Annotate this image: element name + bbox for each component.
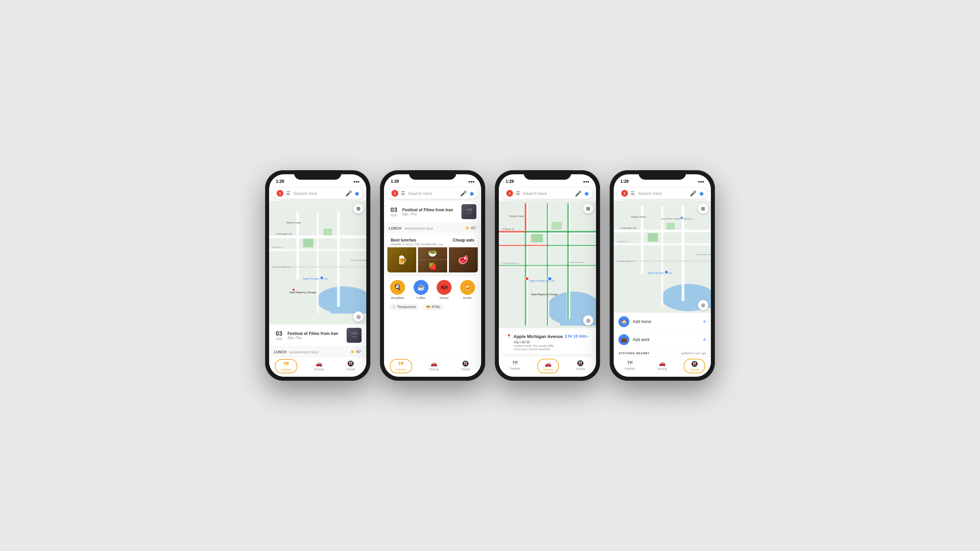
- nav-explore-2[interactable]: 🗺 Explore: [390, 359, 412, 373]
- nav-icon-4: ◆: [699, 190, 703, 197]
- svg-text:E Illinois St: E Illinois St: [272, 246, 283, 248]
- work-icon-circle: 💼: [619, 334, 629, 345]
- event-info-2: Festival of Films from Iran Sat—Thu: [402, 208, 458, 216]
- atms-chip[interactable]: 💳 ATMs: [423, 304, 444, 310]
- best-lunches-card[interactable]: Best lunches Howells & Hood, Yolk Street…: [387, 235, 478, 275]
- direction-note2: From your recent searches: [514, 348, 589, 351]
- cheap-eats-title: Cheap eats: [453, 238, 474, 246]
- transit-icon-4: 🚇: [691, 361, 698, 367]
- transit-map-svg: N Michigan Ave E Lower Wacker Dr Chicago…: [614, 201, 711, 313]
- mic-icon-4[interactable]: 🎤: [690, 190, 697, 197]
- svg-rect-57: [648, 233, 658, 241]
- add-home-label: Add home: [633, 319, 699, 324]
- event-card-2[interactable]: 03 FEB Festival of Films from Iran Sat—T…: [384, 201, 481, 223]
- search-bar-2[interactable]: 1 ☰ Search here 🎤 ◆: [387, 188, 478, 199]
- event-date-1: 03 FEB: [274, 330, 284, 341]
- status-icons-2: ●●●: [468, 180, 474, 183]
- layers-btn-1[interactable]: ⊞: [353, 203, 364, 214]
- phone-1: 1:29 ●●● 1 ☰ Search here 🎤 ◆: [265, 170, 371, 381]
- event-thumb-1: 🎬: [347, 328, 361, 343]
- alert-badge-1: 1: [277, 190, 283, 197]
- explore-icon-2: 🗺: [398, 361, 404, 367]
- nav-explore-3[interactable]: 🗺 Explore: [504, 359, 526, 373]
- map-area-4: N Michigan Ave E Lower Wacker Dr Chicago…: [614, 201, 711, 313]
- search-bar-4[interactable]: 1 ☰ Search here 🎤 ◆: [617, 188, 708, 199]
- location-btn-4[interactable]: ◎: [698, 300, 708, 310]
- svg-text:E Illinois St: E Illinois St: [617, 240, 627, 243]
- location-btn-1[interactable]: ◎: [353, 311, 364, 322]
- svg-rect-39: [552, 222, 562, 230]
- svg-rect-10: [323, 229, 332, 235]
- svg-text:Tribune Tower: Tribune Tower: [286, 221, 301, 224]
- food-categories: 🍳 Breakfast ☕ Coffee 🍽 Di: [384, 276, 481, 302]
- svg-rect-30: [499, 245, 546, 246]
- transit-icon-2: 🚇: [462, 360, 469, 367]
- restaurants-chip[interactable]: 🍴 Restaurants: [389, 304, 419, 310]
- home-icon: 🏠: [621, 319, 627, 324]
- direction-time: 2 hr 10 min: [565, 334, 586, 339]
- drinks-icon: 🍹: [464, 284, 471, 291]
- menu-icon-1: ☰: [286, 191, 291, 196]
- nav-driving-3[interactable]: 🚗 Driving: [537, 359, 559, 373]
- nav-transit-3[interactable]: 🚇 Transit: [570, 359, 590, 373]
- svg-point-19: [292, 288, 295, 291]
- search-bar-3[interactable]: 1 ☰ Search here 🎤 ◆: [502, 188, 593, 199]
- add-work-plus: +: [702, 336, 706, 343]
- svg-text:E Lower Wacker Dr: E Lower Wacker Dr: [617, 260, 635, 262]
- menu-icon-4: ☰: [631, 191, 635, 196]
- status-icons-1: ●●●: [353, 180, 360, 183]
- nav-transit-4[interactable]: 🚇 Transit: [684, 359, 705, 373]
- work-icon: 💼: [621, 337, 627, 342]
- event-card-1[interactable]: 03 FEB Festival of Films from Iran Sat—T…: [269, 324, 366, 346]
- nav-transit-2[interactable]: 🚇 Transit: [455, 359, 476, 373]
- nav-transit-1[interactable]: 🚇 Transit: [340, 359, 361, 373]
- svg-text:E Lower Wacker Dr: E Lower Wacker Dr: [501, 262, 519, 264]
- nav-explore-4[interactable]: 🗺 Explore: [619, 359, 641, 373]
- transit-icon-1: 🚇: [347, 360, 354, 367]
- svg-rect-37: [499, 265, 596, 266]
- food-photos: 🍺 🥗 🍓 🥩: [387, 247, 478, 275]
- food-cat-drinks[interactable]: 🍹 Drinks: [460, 280, 475, 300]
- nav-explore-1[interactable]: 🗺 Explore: [275, 359, 298, 373]
- nav-driving-1[interactable]: 🚗 Driving: [309, 359, 329, 373]
- driving-icon-2: 🚗: [431, 360, 438, 367]
- food-cat-coffee[interactable]: ☕ Coffee: [414, 280, 428, 300]
- food-photo-2: 🥗 🍓: [418, 247, 447, 272]
- mic-icon-3[interactable]: 🎤: [575, 190, 582, 197]
- svg-text:E Lower Wacker Dr: E Lower Wacker Dr: [272, 266, 290, 268]
- svg-text:Apple Michigan Avenue: Apple Michigan Avenue: [648, 272, 673, 275]
- svg-rect-9: [303, 239, 313, 247]
- add-work-row[interactable]: 💼 Add work +: [614, 331, 711, 349]
- svg-rect-6: [317, 212, 319, 314]
- atm-icon: 💳: [426, 305, 430, 309]
- svg-text:N Michigan Ave: N Michigan Ave: [276, 233, 293, 235]
- location-btn-3[interactable]: ◎: [583, 315, 593, 326]
- search-bar-1[interactable]: 1 ☰ Search here 🎤 ◆: [272, 188, 363, 199]
- alert-badge-4: 1: [621, 190, 628, 197]
- traffic-map-svg: E Illinois St E Lower Wacker Dr Chicago …: [499, 201, 596, 328]
- add-work-label: Add work: [633, 337, 699, 342]
- svg-rect-54: [661, 206, 663, 308]
- nav-driving-2[interactable]: 🚗 Driving: [424, 359, 444, 373]
- food-cat-breakfast[interactable]: 🍳 Breakfast: [390, 280, 405, 300]
- mic-icon-1[interactable]: 🎤: [345, 190, 352, 197]
- direction-card[interactable]: 📍 Apple Michigan Avenue 2 hr 10 min › Vi…: [502, 330, 593, 354]
- lunch-header-2: LUNCH MAGNIFICENT MILE ☀️ 45°: [384, 223, 481, 233]
- bottom-nav-2: 🗺 Explore 🚗 Driving 🚇 Transit: [384, 357, 481, 377]
- mic-icon-2[interactable]: 🎤: [460, 190, 467, 197]
- nav-driving-4[interactable]: 🚗 Driving: [652, 359, 673, 373]
- svg-rect-35: [546, 245, 596, 246]
- add-home-row[interactable]: 🏠 Add home +: [614, 313, 711, 331]
- stations-header: STATIONS NEARBY updated 3 min ago: [614, 349, 711, 356]
- phone-4: 1:29 ●●● 1 ☰ Search here 🎤 ◆: [609, 170, 715, 381]
- nav-icon-2: ◆: [469, 190, 474, 197]
- dinner-icon: 🍽: [441, 284, 447, 291]
- svg-rect-32: [526, 231, 596, 233]
- direction-place: Apple Michigan Avenue: [514, 334, 563, 339]
- svg-rect-31: [525, 203, 527, 231]
- layers-btn-4[interactable]: ⊞: [698, 203, 708, 214]
- layers-btn-3[interactable]: ⊞: [583, 203, 593, 214]
- food-cat-dinner[interactable]: 🍽 Dinner: [437, 280, 452, 300]
- svg-rect-7: [337, 212, 340, 307]
- svg-rect-2: [330, 293, 366, 314]
